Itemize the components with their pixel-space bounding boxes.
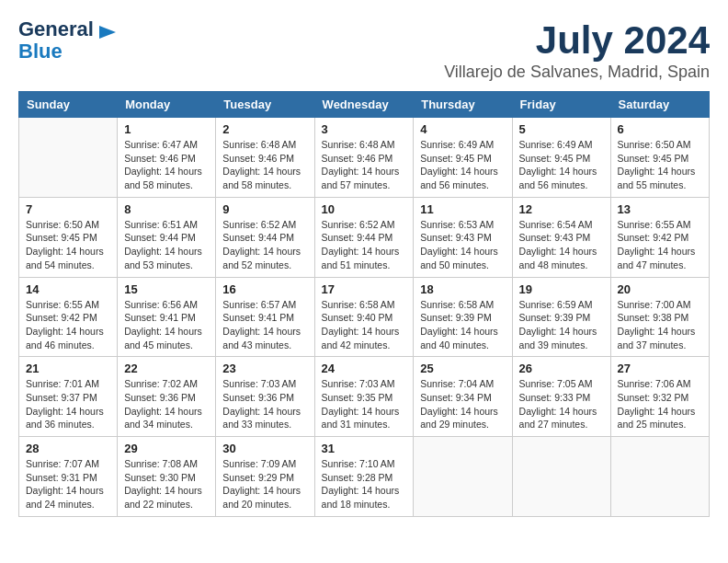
daylight-text: Daylight: 14 hours and 20 minutes. bbox=[222, 484, 307, 511]
sunset-text: Sunset: 9:39 PM bbox=[519, 311, 604, 325]
day-number: 26 bbox=[519, 362, 604, 375]
daylight-text: Daylight: 14 hours and 37 minutes. bbox=[618, 325, 702, 351]
daylight-text: Daylight: 14 hours and 52 minutes. bbox=[222, 245, 307, 271]
calendar-cell: 26Sunrise: 7:05 AMSunset: 9:33 PMDayligh… bbox=[512, 357, 610, 437]
sunrise-text: Sunrise: 6:58 AM bbox=[420, 298, 505, 312]
day-number: 22 bbox=[124, 362, 209, 375]
sunrise-text: Sunrise: 7:07 AM bbox=[26, 457, 110, 471]
header: GeneralBlue July 2024 Villarejo de Salva… bbox=[18, 18, 710, 82]
sunrise-text: Sunrise: 6:58 AM bbox=[322, 298, 407, 312]
day-number: 24 bbox=[322, 362, 407, 375]
daylight-text: Daylight: 14 hours and 54 minutes. bbox=[26, 245, 110, 271]
weekday-header-sunday: Sunday bbox=[19, 92, 118, 118]
calendar-cell: 3Sunrise: 6:48 AMSunset: 9:46 PMDaylight… bbox=[314, 118, 414, 198]
sunset-text: Sunset: 9:46 PM bbox=[124, 152, 209, 166]
daylight-text: Daylight: 14 hours and 42 minutes. bbox=[322, 325, 407, 351]
sunset-text: Sunset: 9:36 PM bbox=[222, 391, 307, 405]
day-info: Sunrise: 7:08 AMSunset: 9:30 PMDaylight:… bbox=[124, 457, 209, 511]
day-info: Sunrise: 7:00 AMSunset: 9:38 PMDaylight:… bbox=[618, 298, 702, 352]
title-area: July 2024 Villarejo de Salvanes, Madrid,… bbox=[444, 18, 710, 82]
daylight-text: Daylight: 14 hours and 56 minutes. bbox=[519, 165, 604, 191]
day-info: Sunrise: 6:59 AMSunset: 9:39 PMDaylight:… bbox=[519, 298, 604, 352]
sunrise-text: Sunrise: 6:50 AM bbox=[618, 138, 702, 152]
day-number: 8 bbox=[124, 202, 209, 216]
day-number: 10 bbox=[322, 202, 407, 216]
daylight-text: Daylight: 14 hours and 56 minutes. bbox=[420, 165, 505, 191]
logo-arrow-icon bbox=[97, 22, 118, 42]
svg-marker-0 bbox=[99, 26, 116, 39]
calendar-cell: 10Sunrise: 6:52 AMSunset: 9:44 PMDayligh… bbox=[314, 197, 414, 277]
daylight-text: Daylight: 14 hours and 46 minutes. bbox=[26, 325, 110, 351]
calendar-cell: 23Sunrise: 7:03 AMSunset: 9:36 PMDayligh… bbox=[216, 357, 314, 437]
sunrise-text: Sunrise: 7:08 AM bbox=[124, 457, 209, 471]
sunset-text: Sunset: 9:38 PM bbox=[618, 311, 702, 325]
day-info: Sunrise: 6:48 AMSunset: 9:46 PMDaylight:… bbox=[222, 138, 307, 192]
weekday-header-thursday: Thursday bbox=[414, 92, 512, 118]
day-number: 30 bbox=[222, 442, 307, 455]
sunrise-text: Sunrise: 6:54 AM bbox=[519, 218, 604, 232]
calendar-cell: 22Sunrise: 7:02 AMSunset: 9:36 PMDayligh… bbox=[118, 357, 216, 437]
sunset-text: Sunset: 9:46 PM bbox=[222, 152, 307, 166]
day-number: 18 bbox=[420, 282, 505, 296]
calendar-cell: 19Sunrise: 6:59 AMSunset: 9:39 PMDayligh… bbox=[512, 277, 610, 357]
sunset-text: Sunset: 9:44 PM bbox=[222, 231, 307, 245]
sunrise-text: Sunrise: 7:00 AM bbox=[618, 298, 702, 312]
sunset-text: Sunset: 9:46 PM bbox=[322, 152, 407, 166]
calendar-cell: 13Sunrise: 6:55 AMSunset: 9:42 PMDayligh… bbox=[610, 197, 709, 277]
calendar-cell: 21Sunrise: 7:01 AMSunset: 9:37 PMDayligh… bbox=[19, 357, 118, 437]
sunrise-text: Sunrise: 6:47 AM bbox=[124, 138, 209, 152]
day-number: 21 bbox=[26, 362, 110, 375]
sunset-text: Sunset: 9:39 PM bbox=[420, 311, 505, 325]
logo-text: GeneralBlue bbox=[18, 18, 94, 63]
sunrise-text: Sunrise: 6:53 AM bbox=[420, 218, 505, 232]
sunset-text: Sunset: 9:28 PM bbox=[322, 471, 407, 485]
weekday-header-monday: Monday bbox=[118, 92, 216, 118]
calendar-cell: 1Sunrise: 6:47 AMSunset: 9:46 PMDaylight… bbox=[118, 118, 216, 198]
sunset-text: Sunset: 9:30 PM bbox=[124, 471, 209, 485]
day-number: 2 bbox=[222, 122, 307, 136]
day-info: Sunrise: 6:49 AMSunset: 9:45 PMDaylight:… bbox=[420, 138, 505, 192]
week-row-2: 7Sunrise: 6:50 AMSunset: 9:45 PMDaylight… bbox=[19, 197, 710, 277]
day-info: Sunrise: 6:58 AMSunset: 9:39 PMDaylight:… bbox=[420, 298, 505, 352]
sunrise-text: Sunrise: 6:48 AM bbox=[322, 138, 407, 152]
daylight-text: Daylight: 14 hours and 58 minutes. bbox=[124, 165, 209, 191]
calendar-cell: 5Sunrise: 6:49 AMSunset: 9:45 PMDaylight… bbox=[512, 118, 610, 198]
day-number: 31 bbox=[322, 442, 407, 455]
calendar-cell: 4Sunrise: 6:49 AMSunset: 9:45 PMDaylight… bbox=[414, 118, 512, 198]
day-number: 3 bbox=[322, 122, 407, 136]
week-row-3: 14Sunrise: 6:55 AMSunset: 9:42 PMDayligh… bbox=[19, 277, 710, 357]
daylight-text: Daylight: 14 hours and 18 minutes. bbox=[322, 484, 407, 511]
day-info: Sunrise: 7:06 AMSunset: 9:32 PMDaylight:… bbox=[618, 377, 702, 431]
day-number: 25 bbox=[420, 362, 505, 375]
daylight-text: Daylight: 14 hours and 25 minutes. bbox=[618, 405, 702, 431]
calendar-cell: 18Sunrise: 6:58 AMSunset: 9:39 PMDayligh… bbox=[414, 277, 512, 357]
day-info: Sunrise: 6:54 AMSunset: 9:43 PMDaylight:… bbox=[519, 218, 604, 272]
sunrise-text: Sunrise: 6:56 AM bbox=[124, 298, 209, 312]
day-info: Sunrise: 7:05 AMSunset: 9:33 PMDaylight:… bbox=[519, 377, 604, 431]
day-info: Sunrise: 7:02 AMSunset: 9:36 PMDaylight:… bbox=[124, 377, 209, 431]
day-number: 16 bbox=[222, 282, 307, 296]
sunset-text: Sunset: 9:31 PM bbox=[26, 471, 110, 485]
location-title: Villarejo de Salvanes, Madrid, Spain bbox=[444, 63, 710, 82]
sunset-text: Sunset: 9:33 PM bbox=[519, 391, 604, 405]
calendar-cell: 31Sunrise: 7:10 AMSunset: 9:28 PMDayligh… bbox=[314, 437, 414, 517]
daylight-text: Daylight: 14 hours and 47 minutes. bbox=[618, 245, 702, 271]
calendar-cell: 14Sunrise: 6:55 AMSunset: 9:42 PMDayligh… bbox=[19, 277, 118, 357]
day-info: Sunrise: 6:57 AMSunset: 9:41 PMDaylight:… bbox=[222, 298, 307, 352]
day-info: Sunrise: 7:04 AMSunset: 9:34 PMDaylight:… bbox=[420, 377, 505, 431]
day-info: Sunrise: 6:51 AMSunset: 9:44 PMDaylight:… bbox=[124, 218, 209, 272]
day-info: Sunrise: 6:50 AMSunset: 9:45 PMDaylight:… bbox=[26, 218, 110, 272]
day-info: Sunrise: 6:50 AMSunset: 9:45 PMDaylight:… bbox=[618, 138, 702, 192]
sunrise-text: Sunrise: 6:52 AM bbox=[222, 218, 307, 232]
day-info: Sunrise: 6:55 AMSunset: 9:42 PMDaylight:… bbox=[618, 218, 702, 272]
calendar-cell bbox=[610, 437, 709, 517]
sunset-text: Sunset: 9:45 PM bbox=[420, 152, 505, 166]
sunrise-text: Sunrise: 6:52 AM bbox=[322, 218, 407, 232]
day-info: Sunrise: 7:03 AMSunset: 9:36 PMDaylight:… bbox=[222, 377, 307, 431]
daylight-text: Daylight: 14 hours and 31 minutes. bbox=[322, 405, 407, 431]
calendar-cell: 7Sunrise: 6:50 AMSunset: 9:45 PMDaylight… bbox=[19, 197, 118, 277]
daylight-text: Daylight: 14 hours and 34 minutes. bbox=[124, 405, 209, 431]
sunset-text: Sunset: 9:35 PM bbox=[322, 391, 407, 405]
day-number: 12 bbox=[519, 202, 604, 216]
daylight-text: Daylight: 14 hours and 39 minutes. bbox=[519, 325, 604, 351]
